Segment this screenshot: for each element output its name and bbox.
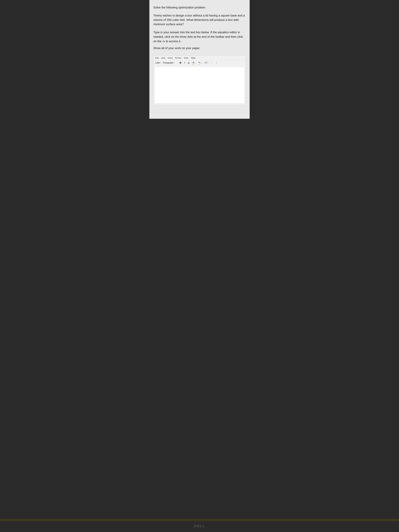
font-size-chevron: ∨	[160, 62, 161, 64]
font-size-label: 12pt	[155, 62, 160, 64]
superscript-label: T2	[204, 61, 207, 64]
problem-line1: Solve the following optimization problem…	[153, 5, 246, 10]
menu-tools[interactable]: Tools	[184, 57, 188, 59]
menu-insert[interactable]: Insert	[168, 57, 173, 59]
underline-button[interactable]: U	[187, 61, 190, 64]
paragraph-label: Paragraph	[163, 62, 173, 64]
menu-edit[interactable]: Edit	[155, 57, 159, 59]
toolbar: 12pt ∨ Paragraph ∨ B I U A ∨	[153, 60, 246, 66]
font-color-label: A	[192, 61, 194, 64]
paragraph-chevron: ∨	[173, 62, 175, 64]
superscript-button[interactable]: T2 ∨	[204, 61, 209, 65]
sqrt-symbol: √x	[162, 39, 165, 43]
dell-logo-area: DELL	[0, 521, 399, 532]
paragraph-dropdown[interactable]: Paragraph ∨	[162, 61, 175, 64]
highlight-button[interactable]: ✏ ∨	[198, 61, 202, 65]
dell-logo: DELL	[194, 524, 205, 528]
show-work-text: Show all of your work on your paper.	[153, 46, 246, 50]
font-color-underline	[192, 64, 194, 64]
highlight-chevron: ∨	[201, 62, 202, 64]
toolbar-left-group: 12pt ∨ Paragraph ∨	[155, 61, 177, 64]
font-color-button[interactable]: A ∨	[192, 61, 196, 65]
menu-format[interactable]: Format	[175, 57, 181, 59]
dell-logo-text: DELL	[194, 524, 205, 528]
highlight-icon: ✏	[198, 61, 200, 64]
editor-container: Edit View Insert Format Tools Table 12pt…	[153, 56, 246, 105]
menu-table[interactable]: Table	[191, 57, 195, 59]
toolbar-right-group: B I U A ∨ ✏ ∨	[179, 61, 244, 65]
bottom-bar	[0, 519, 399, 521]
bold-button[interactable]: B	[179, 61, 182, 64]
problem-line2: Timmy wishes to design a box without a l…	[153, 13, 246, 26]
font-color-chevron: ∨	[194, 62, 195, 64]
instructions-text-after: to access it.	[166, 40, 181, 43]
menu-view[interactable]: View	[161, 57, 165, 59]
highlight-underline	[198, 64, 200, 64]
answer-text-area[interactable]	[154, 67, 245, 104]
more-options-button[interactable]: ⋮	[215, 61, 219, 65]
instructions-block: Type in your answer into the text box be…	[153, 30, 246, 44]
superscript-chevron: ∨	[207, 62, 208, 64]
font-size-dropdown[interactable]: 12pt ∨	[155, 61, 162, 64]
toolbar-divider	[178, 61, 178, 64]
menu-bar: Edit View Insert Format Tools Table	[153, 56, 246, 60]
italic-button[interactable]: I	[184, 61, 185, 64]
